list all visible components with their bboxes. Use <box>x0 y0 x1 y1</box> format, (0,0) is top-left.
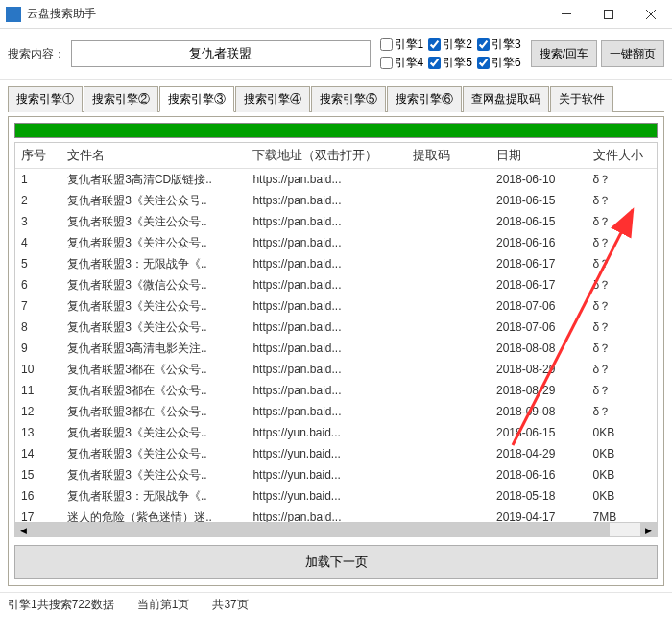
engine-checkbox-input[interactable] <box>380 57 393 69</box>
engine-checkbox[interactable]: 引擎3 <box>477 36 521 53</box>
cell-seq: 13 <box>15 422 61 443</box>
cell-seq: 5 <box>15 253 61 274</box>
scroll-right-button[interactable]: ▶ <box>640 523 657 538</box>
table-row[interactable]: 16复仇者联盟3：无限战争《..https://yun.baid...2018-… <box>15 485 657 506</box>
table-row[interactable]: 3复仇者联盟3《关注公众号..https://pan.baid...2018-0… <box>15 211 657 232</box>
search-button[interactable]: 搜索/回车 <box>531 40 597 67</box>
search-label: 搜索内容： <box>8 46 65 62</box>
cell-size: 0KB <box>588 485 657 506</box>
cell-url: https://pan.baid... <box>247 295 407 317</box>
table-row[interactable]: 6复仇者联盟3《微信公众号..https://pan.baid...2018-0… <box>15 274 657 295</box>
table-row[interactable]: 7复仇者联盟3《关注公众号..https://pan.baid...2018-0… <box>15 295 657 317</box>
maximize-button[interactable] <box>588 0 630 29</box>
scroll-track[interactable] <box>32 523 640 538</box>
cell-name: 复仇者联盟3都在《公众号.. <box>61 380 247 401</box>
cell-date: 2018-08-29 <box>491 359 588 380</box>
scroll-thumb[interactable] <box>32 523 610 538</box>
table-row[interactable]: 11复仇者联盟3都在《公众号..https://pan.baid...2018-… <box>15 380 657 401</box>
main-panel: 序号 文件名 下载地址（双击打开） 提取码 日期 文件大小 1复仇者联盟3高清C… <box>8 116 664 586</box>
engine-checkbox-input[interactable] <box>380 38 393 51</box>
table-row[interactable]: 17迷人的危险（紫色迷情）迷..https://pan.baid...2019-… <box>15 506 657 522</box>
engine-checkbox-input[interactable] <box>477 38 490 51</box>
cell-name: 复仇者联盟3《关注公众号.. <box>61 190 247 211</box>
tab[interactable]: 搜索引擎④ <box>235 86 310 112</box>
col-size[interactable]: 文件大小 <box>588 143 657 169</box>
tab[interactable]: 查网盘提取码 <box>463 86 549 112</box>
table-row[interactable]: 1复仇者联盟3高清CD版链接..https://pan.baid...2018-… <box>15 169 657 191</box>
horizontal-scrollbar[interactable]: ◀ ▶ <box>15 522 657 537</box>
col-seq[interactable]: 序号 <box>15 143 61 169</box>
cell-name: 复仇者联盟3《关注公众号.. <box>61 295 247 317</box>
col-date[interactable]: 日期 <box>491 143 588 169</box>
engine-checkbox[interactable]: 引擎6 <box>477 55 521 71</box>
scroll-left-button[interactable]: ◀ <box>15 523 32 538</box>
cell-name: 复仇者联盟3都在《公众号.. <box>61 401 247 422</box>
window-title: 云盘搜索助手 <box>27 6 545 22</box>
cell-name: 复仇者联盟3：无限战争《.. <box>61 485 247 506</box>
cell-url: https://pan.baid... <box>247 338 407 359</box>
cell-size: δ？ <box>588 211 657 232</box>
cell-url: https://pan.baid... <box>247 380 407 401</box>
cell-size: δ？ <box>588 253 657 274</box>
cell-date: 2018-09-08 <box>491 401 588 422</box>
table-row[interactable]: 10复仇者联盟3都在《公众号..https://pan.baid...2018-… <box>15 359 657 380</box>
engine-checkbox-label: 引擎3 <box>492 36 521 53</box>
cell-seq: 4 <box>15 232 61 253</box>
tab[interactable]: 搜索引擎① <box>8 86 83 112</box>
cell-seq: 1 <box>15 169 61 191</box>
close-button[interactable] <box>630 0 672 29</box>
cell-name: 复仇者联盟3《关注公众号.. <box>61 232 247 253</box>
table-row[interactable]: 5复仇者联盟3：无限战争《..https://pan.baid...2018-0… <box>15 253 657 274</box>
cell-name: 复仇者联盟3《关注公众号.. <box>61 317 247 338</box>
progress-bar <box>14 123 658 138</box>
tab[interactable]: 搜索引擎⑥ <box>387 86 462 112</box>
cell-url: https://yun.baid... <box>247 422 407 443</box>
cell-size: 0KB <box>588 464 657 485</box>
table-row[interactable]: 4复仇者联盟3《关注公众号..https://pan.baid...2018-0… <box>15 232 657 253</box>
engine-checkbox[interactable]: 引擎5 <box>428 55 472 71</box>
cell-code <box>407 422 491 443</box>
col-name[interactable]: 文件名 <box>61 143 247 169</box>
col-url[interactable]: 下载地址（双击打开） <box>247 143 407 169</box>
cell-seq: 17 <box>15 506 61 522</box>
table-row[interactable]: 8复仇者联盟3《关注公众号..https://pan.baid...2018-0… <box>15 317 657 338</box>
engine-checkbox-input[interactable] <box>477 57 490 69</box>
cell-url: https://yun.baid... <box>247 464 407 485</box>
engine-checkbox-label: 引擎2 <box>443 36 472 53</box>
cell-seq: 7 <box>15 295 61 317</box>
load-next-button[interactable]: 加载下一页 <box>14 545 658 579</box>
tab[interactable]: 搜索引擎③ <box>159 86 234 112</box>
table-row[interactable]: 9复仇者联盟3高清电影关注..https://pan.baid...2018-0… <box>15 338 657 359</box>
cell-date: 2018-06-17 <box>491 253 588 274</box>
tab[interactable]: 关于软件 <box>550 86 613 112</box>
engine-checkbox-input[interactable] <box>428 57 441 69</box>
table-row[interactable]: 2复仇者联盟3《关注公众号..https://pan.baid...2018-0… <box>15 190 657 211</box>
cell-code <box>407 295 491 317</box>
table-row[interactable]: 13复仇者联盟3《关注公众号..https://yun.baid...2018-… <box>15 422 657 443</box>
cell-code <box>407 253 491 274</box>
minimize-button[interactable] <box>545 0 588 29</box>
engine-checkbox[interactable]: 引擎1 <box>380 36 424 53</box>
engine-checkbox[interactable]: 引擎2 <box>428 36 472 53</box>
table-row[interactable]: 12复仇者联盟3都在《公众号..https://pan.baid...2018-… <box>15 401 657 422</box>
cell-size: δ？ <box>588 359 657 380</box>
cell-name: 迷人的危险（紫色迷情）迷.. <box>61 506 247 522</box>
search-input[interactable] <box>71 40 371 67</box>
cell-size: δ？ <box>588 274 657 295</box>
tab[interactable]: 搜索引擎⑤ <box>311 86 386 112</box>
cell-name: 复仇者联盟3《微信公众号.. <box>61 274 247 295</box>
cell-url: https://pan.baid... <box>247 169 407 191</box>
col-code[interactable]: 提取码 <box>407 143 491 169</box>
cell-seq: 15 <box>15 464 61 485</box>
svg-rect-1 <box>605 10 613 18</box>
flip-page-button[interactable]: 一键翻页 <box>601 40 664 67</box>
engine-checkbox-input[interactable] <box>428 38 441 51</box>
cell-date: 2018-07-06 <box>491 317 588 338</box>
minimize-icon <box>562 13 571 14</box>
tab[interactable]: 搜索引擎② <box>84 86 158 112</box>
table-row[interactable]: 15复仇者联盟3《关注公众号..https://yun.baid...2018-… <box>15 464 657 485</box>
cell-date: 2019-04-17 <box>491 506 588 522</box>
engine-checkbox[interactable]: 引擎4 <box>380 55 424 71</box>
status-bar: 引擎1共搜索722数据 当前第1页 共37页 <box>0 592 672 617</box>
table-row[interactable]: 14复仇者联盟3《关注公众号..https://yun.baid...2018-… <box>15 443 657 464</box>
